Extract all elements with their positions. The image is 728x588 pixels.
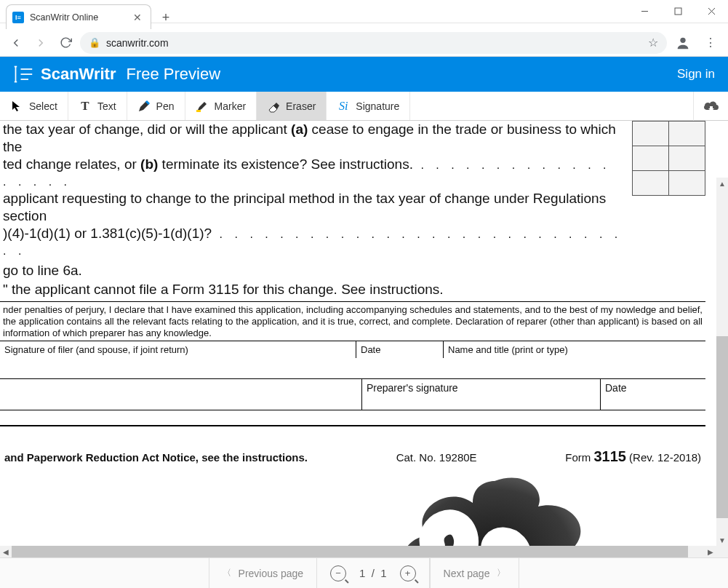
previous-page-button[interactable]: 〈 Previous page [209, 558, 318, 589]
tool-select[interactable]: Select [0, 92, 68, 120]
tab-title: ScanWritr Online [30, 12, 132, 23]
window-close-icon[interactable] [695, 0, 728, 23]
scanwritr-logo-icon [13, 64, 33, 84]
signature-icon: Si [337, 100, 350, 113]
date-label-1: Date [356, 341, 444, 358]
tool-signature-label: Signature [356, 100, 399, 112]
forward-button[interactable] [31, 33, 51, 53]
chevron-right-icon: 〉 [497, 567, 505, 579]
pen-icon [137, 100, 151, 113]
preparer-signature-label: Preparer's signature [362, 379, 601, 410]
tool-pen[interactable]: Pen [127, 92, 185, 120]
app-mode: Free Preview [127, 65, 221, 84]
profile-avatar-icon[interactable] [671, 31, 695, 55]
app-header: ScanWritr Free Preview Sign in [0, 57, 728, 92]
perjury-statement: nder penalties of perjury, I declare tha… [0, 301, 705, 341]
scroll-left-icon[interactable]: ◀ [0, 546, 12, 557]
scroll-down-icon[interactable]: ▼ [716, 534, 728, 546]
scroll-right-icon[interactable]: ▶ [705, 546, 716, 557]
marker-icon [196, 100, 209, 113]
tool-signature[interactable]: Si Signature [327, 92, 410, 120]
browser-tab[interactable]: I≡ ScanWritr Online ✕ [6, 4, 151, 29]
tool-eraser[interactable]: Eraser [257, 92, 327, 120]
address-bar[interactable]: 🔒 scanwritr.com ☆ [80, 32, 667, 54]
horizontal-scroll-thumb[interactable] [12, 546, 688, 557]
page-indicator: 1 / 1 [353, 567, 393, 579]
chevron-left-icon: 〈 [223, 567, 231, 579]
tool-marker-label: Marker [215, 100, 247, 112]
next-page-label: Next page [444, 568, 490, 579]
tool-text-label: Text [97, 100, 116, 112]
date-label-2: Date [601, 379, 705, 410]
horizontal-scrollbar[interactable]: ◀ ▶ [0, 546, 716, 557]
new-tab-button[interactable]: + [156, 7, 176, 28]
close-tab-icon[interactable]: ✕ [132, 12, 143, 23]
text-icon: T [79, 100, 92, 113]
signature-filer-label: Signature of filer (and spouse, if joint… [0, 341, 356, 358]
scroll-up-icon[interactable]: ▲ [716, 178, 728, 189]
app-name: ScanWritr [41, 65, 116, 84]
tool-eraser-label: Eraser [286, 100, 316, 112]
tool-text[interactable]: T Text [68, 92, 127, 120]
vertical-scrollbar[interactable]: ▲ ▼ [716, 178, 728, 546]
bookmark-star-icon[interactable]: ☆ [648, 36, 658, 49]
window-minimize-icon[interactable] [628, 0, 661, 23]
svg-rect-1 [675, 8, 681, 15]
tool-select-label: Select [29, 100, 57, 112]
name-title-label: Name and title (print or type) [444, 341, 705, 358]
vertical-scroll-thumb[interactable] [716, 336, 728, 518]
page-navigation: 〈 Previous page − 1 / 1 + Next page 〉 [0, 557, 728, 588]
tab-favicon: I≡ [12, 12, 24, 23]
eraser-icon [267, 100, 280, 113]
reload-button[interactable] [55, 33, 76, 53]
tool-marker[interactable]: Marker [185, 92, 257, 120]
paperwork-notice: and Paperwork Reduction Act Notice, see … [4, 451, 308, 464]
kebab-menu-icon[interactable]: ⋮ [699, 31, 722, 55]
svg-point-4 [680, 37, 685, 42]
form-checkbox-grid [632, 121, 705, 196]
next-page-button[interactable]: Next page 〉 [430, 558, 520, 589]
zoom-in-button[interactable]: + [400, 565, 416, 581]
back-button[interactable] [6, 33, 26, 53]
scrollbar-corner [716, 546, 728, 557]
catalog-number: Cat. No. 19280E [396, 451, 477, 464]
document-canvas[interactable]: the tax year of change, did or will the … [0, 121, 728, 550]
previous-page-label: Previous page [239, 568, 304, 579]
tool-pen-label: Pen [156, 100, 175, 112]
url-text: scanwritr.com [106, 37, 642, 49]
zoom-out-button[interactable]: − [330, 565, 346, 581]
cloud-download-button[interactable] [693, 92, 728, 121]
ink-blot [393, 474, 611, 550]
lock-icon: 🔒 [89, 37, 100, 48]
form-number: Form 3115 (Rev. 12-2018) [565, 448, 701, 465]
svg-rect-11 [196, 110, 201, 112]
cursor-icon [10, 100, 23, 113]
tool-bar: Select T Text Pen Marker Eraser Si Signa… [0, 92, 728, 121]
window-maximize-icon[interactable] [661, 0, 695, 23]
sign-in-link[interactable]: Sign in [677, 67, 715, 82]
